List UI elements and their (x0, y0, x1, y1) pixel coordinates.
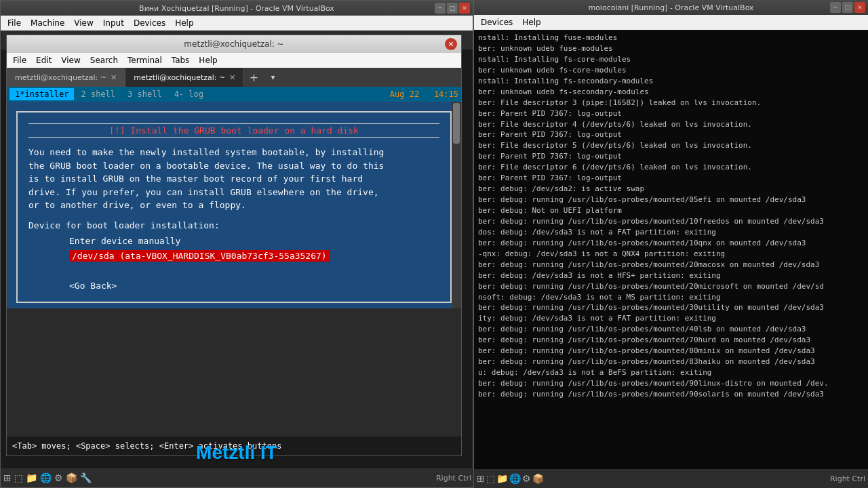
vbox-right-restore[interactable]: □ (842, 2, 853, 13)
log-line: ity: debug: /dev/sda3 is not a FAT parti… (478, 313, 864, 324)
vbox-right-menubar: Devices Help (474, 15, 868, 30)
tab-arrow-button[interactable]: ▾ (263, 68, 282, 87)
right-taskbar-icon-5[interactable]: ⚙ (522, 473, 531, 484)
dialog-outer: [!] Install the GRUB boot loader on a ha… (7, 102, 461, 303)
dialog-device-selected[interactable]: /dev/sda (ata-VBOX_HARDDISK_VB0ab73cf3-5… (69, 250, 330, 262)
log-line: ber: debug: running /usr/lib/os-probes/m… (478, 260, 864, 270)
log-line: ber: debug: /dev/sda2: is active swap (478, 184, 864, 195)
term-menu-terminal[interactable]: Terminal (124, 54, 165, 66)
log-line: ber: File descriptor 4 (/dev/pts/6) leak… (478, 119, 864, 130)
scrollbar-thumb[interactable] (453, 103, 460, 144)
tmux-pane-2[interactable]: 2 shell (75, 88, 121, 100)
vbox-left-menubar: File Machine View Input Devices Help (1, 16, 473, 30)
log-line: nsoft: debug: /dev/sda3 is not a MS part… (478, 292, 864, 303)
menu-input[interactable]: Input (99, 17, 128, 29)
right-taskbar-icon-1[interactable]: ⊞ (477, 473, 485, 484)
log-line: ber: Parent PID 7367: log-output (478, 151, 864, 162)
vbox-left-win-controls: ─ □ ✕ (435, 3, 470, 14)
term-menu-view[interactable]: View (58, 54, 83, 66)
menu-view[interactable]: View (70, 17, 97, 29)
tab1-close[interactable]: ✕ (111, 73, 117, 82)
right-taskbar-icon-2[interactable]: ⬚ (486, 473, 495, 484)
taskbar-icon-3[interactable]: 📁 (26, 472, 37, 483)
tmux-pane-4[interactable]: 4- log (169, 88, 209, 100)
right-taskbar-icon-4[interactable]: 🌐 (509, 473, 521, 484)
right-taskbar-icon-6[interactable]: 📦 (532, 473, 544, 484)
log-line: ber: debug: running /usr/lib/os-probes/m… (478, 357, 864, 367)
log-line: ber: debug: running /usr/lib/os-probes/m… (478, 378, 864, 389)
right-ctrl-label-left: Right Ctrl (436, 474, 471, 483)
log-line: ber: debug: running /usr/lib/os-probes/m… (478, 216, 864, 227)
log-line: ber: debug: running /usr/lib/os-probes/m… (478, 195, 864, 205)
tmux-date: Aug 22 14:15 (390, 89, 458, 99)
tmux-pane-3[interactable]: 3 shell (122, 88, 167, 100)
tmux-time-text: 14:15 (434, 89, 458, 99)
right-taskbar-icon-3[interactable]: 📁 (496, 473, 508, 484)
log-line: ber: Parent PID 7367: log-output (478, 108, 864, 119)
log-line: ber: debug: /dev/sda3 is not a HFS+ part… (478, 270, 864, 281)
taskbar-icon-5[interactable]: ⚙ (54, 472, 63, 483)
log-line: ber: File descriptor 6 (/dev/pts/6) leak… (478, 162, 864, 173)
tab2-close[interactable]: ✕ (229, 73, 235, 82)
term-menu-help[interactable]: Help (195, 54, 220, 66)
log-line: ber: debug: running /usr/lib/os-probes/m… (478, 324, 864, 335)
terminal-scrollbar[interactable] (452, 102, 461, 308)
vbox-close-btn[interactable]: ✕ (459, 3, 470, 14)
taskbar-icon-2[interactable]: ⬚ (14, 472, 23, 483)
term-menu-search[interactable]: Search (87, 54, 121, 66)
log-line: ber: unknown udeb fuse-modules (478, 43, 864, 54)
log-line: ber: debug: running /usr/lib/os-probes/m… (478, 281, 864, 292)
right-menu-help[interactable]: Help (518, 16, 545, 28)
right-menu-devices[interactable]: Devices (477, 16, 517, 28)
dialog-box: [!] Install the GRUB boot loader on a ha… (16, 111, 452, 303)
terminal-content-area[interactable]: [!] Install the GRUB boot loader on a ha… (7, 102, 461, 308)
log-line: ber: debug: running /usr/lib/os-probes/m… (478, 389, 864, 400)
dialog-line3: is to install GRUB on the master boot re… (28, 174, 363, 184)
right-taskbar: ⊞ ⬚ 📁 🌐 ⚙ 📦 Right Ctrl (474, 469, 868, 488)
menu-devices[interactable]: Devices (130, 17, 170, 29)
log-line: dos: debug: /dev/sda3 is not a FAT parti… (478, 227, 864, 238)
dialog-body: You need to make the newly installed sys… (28, 146, 439, 212)
log-line: nstall: Installing fs-secondary-modules (478, 76, 864, 87)
terminal-close-btn[interactable]: ✕ (445, 38, 457, 50)
log-line: -qnx: debug: /dev/sda3 is not a QNX4 par… (478, 249, 864, 260)
log-line: u: debug: /dev/sda3 is not a BeFS partit… (478, 367, 864, 378)
go-back-button[interactable]: <Go Back> (69, 281, 117, 291)
log-line: nstall: Installing fs-core-modules (478, 54, 864, 65)
menu-machine[interactable]: Machine (26, 17, 68, 29)
taskbar-icon-1[interactable]: ⊞ (3, 472, 12, 483)
dialog-line2: the GRUB boot loader on a bootable devic… (28, 161, 384, 171)
dialog-title: [!] Install the GRUB boot loader on a ha… (28, 123, 439, 138)
taskbar-icon-4[interactable]: 🌐 (40, 472, 52, 483)
vbox-restore-btn[interactable]: □ (447, 3, 458, 14)
log-line: ber: Parent PID 7367: log-output (478, 173, 864, 184)
vbox-minimize-btn[interactable]: ─ (435, 3, 446, 14)
terminal-tab-1[interactable]: metztli@xochiquetzal: ~ ✕ (7, 68, 125, 87)
vbox-left-title: Вини Xochiquetzal [Running] - Oracle VM … (139, 4, 334, 13)
tab2-label: metztli@xochiquetzal: ~ (134, 73, 225, 82)
terminal-tab-2[interactable]: metztli@xochiquetzal: ~ ✕ (125, 68, 244, 87)
log-line: ber: debug: running /usr/lib/os-probes/m… (478, 302, 864, 313)
dialog-device-row: /dev/sda (ata-VBOX_HARDDISK_VB0ab73cf3-5… (28, 249, 439, 270)
vbox-right-minimize[interactable]: ─ (830, 2, 841, 13)
taskbar-icon-7[interactable]: 🔧 (80, 472, 92, 483)
term-menu-file[interactable]: File (9, 54, 30, 66)
taskbar-icon-6[interactable]: 📦 (66, 472, 77, 483)
log-line: ber: unknown udeb fs-core-modules (478, 65, 864, 76)
vbox-right-close[interactable]: ✕ (854, 2, 865, 13)
tmux-pane-1[interactable]: 1*installer (9, 88, 74, 100)
tab-new-button[interactable]: + (244, 68, 263, 87)
terminal-menubar: File Edit View Search Terminal Tabs Help (7, 53, 461, 68)
menu-help[interactable]: Help (171, 17, 197, 29)
vbox-left-window: Вини Xochiquetzal [Running] - Oracle VM … (0, 0, 473, 488)
right-ctrl-label-right: Right Ctrl (830, 474, 865, 483)
term-menu-edit[interactable]: Edit (33, 54, 55, 66)
dialog-line1: You need to make the newly installed sys… (28, 147, 384, 157)
term-menu-tabs[interactable]: Tabs (168, 54, 193, 66)
log-line: ber: File descriptor 3 (pipe:[16582]) le… (478, 98, 864, 108)
vbox-left-titlebar: Вини Xochiquetzal [Running] - Oracle VM … (1, 1, 473, 16)
log-line: ber: Parent PID 7367: log-output (478, 129, 864, 140)
dialog-line4: drive. If you prefer, you can install GR… (28, 187, 379, 197)
tmux-bar: 1*installer 2 shell 3 shell 4- log Aug 2… (7, 87, 461, 102)
menu-file[interactable]: File (3, 17, 25, 29)
